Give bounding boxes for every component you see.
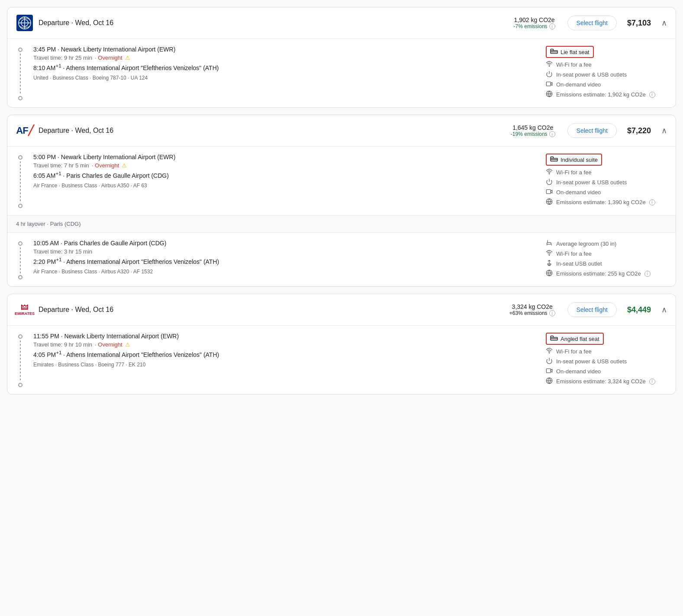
flight-info: 3:45 PM · Newark Liberty International A… <box>33 46 537 100</box>
depart-time: 11:55 PM · Newark Liberty International … <box>33 333 537 340</box>
overnight-label: · Overnight <box>92 162 119 169</box>
amenity-info-icon[interactable]: i <box>644 271 651 277</box>
amenity-text: Average legroom (30 in) <box>556 241 616 247</box>
amenity-info-icon[interactable]: i <box>649 379 655 385</box>
select-flight-button[interactable]: Select flight <box>567 16 617 30</box>
amenity-text: In-seat power & USB outlets <box>556 179 627 186</box>
amenities: Individual suite Wi-Fi for a fee In-seat… <box>546 154 667 208</box>
amenity-text: In-seat power & USB outlets <box>556 71 627 78</box>
amenity-item: Emissions estimate: 1,390 kg CO2e i <box>546 198 667 206</box>
flight-info: 11:55 PM · Newark Liberty International … <box>33 333 537 387</box>
flight-info: 5:00 PM · Newark Liberty International A… <box>33 154 537 208</box>
amenity-info-icon[interactable]: i <box>649 92 655 98</box>
svg-point-24 <box>549 353 549 353</box>
svg-rect-26 <box>546 369 551 372</box>
timeline <box>16 240 25 279</box>
amenity-text: Emissions estimate: 3,324 kg CO2e <box>556 378 646 385</box>
header-title: Departure · Wed, Oct 16 <box>39 127 506 135</box>
travel-time: Travel time: 9 hr 10 min · Overnight ⚠ <box>33 341 537 348</box>
svg-point-19 <box>549 255 549 255</box>
wifi-icon <box>546 347 553 356</box>
emissions-co2: 1,902 kg CO2e <box>514 16 555 23</box>
flight-card-emirates: 🜲 EMIRATES Departure · Wed, Oct 16 3,324… <box>7 294 676 395</box>
video-icon <box>546 80 553 89</box>
timeline-dot-arrive <box>18 275 23 279</box>
flight-details: United · Business Class · Boeing 787-10 … <box>33 75 537 81</box>
amenity-text: Wi-Fi for a fee <box>556 61 592 68</box>
amenity-text: Emissions estimate: 1,902 kg CO2e <box>556 91 646 98</box>
arrive-time: 2:20 PM+1 · Athens International Airport… <box>33 257 537 265</box>
travel-time: Travel time: 7 hr 5 min · Overnight ⚠ <box>33 162 537 169</box>
power-icon <box>546 71 553 79</box>
flight-details: Air France · Business Class · Airbus A35… <box>33 183 537 189</box>
emissions-info-icon[interactable]: i <box>549 23 555 29</box>
amenities: Average legroom (30 in) Wi-Fi for a fee … <box>546 240 667 279</box>
collapse-icon[interactable]: ∧ <box>661 126 667 135</box>
amenities: Angled flat seat Wi-Fi for a fee In-seat… <box>546 333 667 387</box>
flight-card-united: Departure · Wed, Oct 16 1,902 kg CO2e -7… <box>7 7 676 108</box>
amenity-highlight: Lie flat seat <box>546 46 594 58</box>
select-flight-button[interactable]: Select flight <box>567 123 617 138</box>
amenity-item: Emissions estimate: 255 kg CO2e i <box>546 270 667 278</box>
card-header: 🜲 EMIRATES Departure · Wed, Oct 16 3,324… <box>7 294 676 326</box>
timeline-dot-depart <box>18 155 23 160</box>
emissions-badge: -7% emissions i <box>514 23 555 29</box>
header-emissions: 1,645 kg CO2e -19% emissions i <box>511 124 555 137</box>
amenities: Lie flat seat Wi-Fi for a fee In-seat po… <box>546 46 667 100</box>
wifi-icon <box>546 250 553 258</box>
layover-bar: 4 hr layover · Paris (CDG) <box>7 215 676 233</box>
amenity-item: On-demand video <box>546 367 667 375</box>
amenity-item: Wi-Fi for a fee <box>546 347 667 356</box>
flight-card-airfrance: AF╱ Departure · Wed, Oct 16 1,645 kg CO2… <box>7 115 676 287</box>
airline-logo <box>16 14 33 32</box>
timeline <box>16 154 25 208</box>
warning-icon: ⚠ <box>125 341 130 348</box>
flight-segment: 11:55 PM · Newark Liberty International … <box>7 326 676 394</box>
flight-segment: 3:45 PM · Newark Liberty International A… <box>7 39 676 107</box>
timeline <box>16 46 25 100</box>
emissions-info-icon[interactable]: i <box>549 310 555 316</box>
card-header: Departure · Wed, Oct 16 1,902 kg CO2e -7… <box>7 7 676 39</box>
amenity-text: Wi-Fi for a fee <box>556 169 592 176</box>
depart-time: 5:00 PM · Newark Liberty International A… <box>33 154 537 160</box>
timeline-line <box>20 340 21 381</box>
collapse-icon[interactable]: ∧ <box>661 305 667 314</box>
svg-rect-9 <box>546 82 551 86</box>
svg-point-14 <box>549 173 549 174</box>
timeline-dot-depart <box>18 334 23 339</box>
depart-time: 3:45 PM · Newark Liberty International A… <box>33 46 537 53</box>
emissions-co2: 1,645 kg CO2e <box>511 124 555 131</box>
warning-icon: ⚠ <box>122 162 127 169</box>
amenity-item: On-demand video <box>546 80 667 89</box>
timeline-line <box>20 247 21 273</box>
amenity-text: Wi-Fi for a fee <box>556 348 592 355</box>
travel-time: Travel time: 9 hr 25 min · Overnight ⚠ <box>33 55 537 61</box>
arrive-time: 4:05 PM+1 · Athens International Airport… <box>33 350 537 358</box>
timeline-dot-depart <box>18 48 23 52</box>
globe-icon <box>546 90 553 99</box>
amenity-text: On-demand video <box>556 81 601 88</box>
highlight-label: Lie flat seat <box>561 49 590 55</box>
airline-logo: AF╱ <box>16 122 33 139</box>
timeline <box>16 333 25 387</box>
amenity-item: In-seat USB outlet <box>546 260 667 268</box>
timeline-line <box>20 54 21 94</box>
amenity-info-icon[interactable]: i <box>649 199 655 205</box>
emissions-info-icon[interactable]: i <box>549 131 555 137</box>
amenity-text: Emissions estimate: 255 kg CO2e <box>556 270 641 277</box>
bed-icon <box>550 48 558 55</box>
amenity-item: In-seat power & USB outlets <box>546 357 667 366</box>
amenity-item: On-demand video <box>546 188 667 196</box>
select-flight-button[interactable]: Select flight <box>567 302 617 317</box>
amenity-item: Emissions estimate: 3,324 kg CO2e i <box>546 377 667 385</box>
amenity-text: On-demand video <box>556 368 601 375</box>
usb-icon <box>546 260 553 268</box>
amenity-highlight: Angled flat seat <box>546 333 604 345</box>
emissions-badge: +63% emissions i <box>509 310 555 316</box>
timeline-dot-arrive <box>18 96 23 100</box>
header-emissions: 1,902 kg CO2e -7% emissions i <box>514 16 555 29</box>
timeline-dot-arrive <box>18 383 23 387</box>
bed-icon <box>550 156 558 163</box>
collapse-icon[interactable]: ∧ <box>661 18 667 28</box>
timeline-dot-depart <box>18 241 23 246</box>
